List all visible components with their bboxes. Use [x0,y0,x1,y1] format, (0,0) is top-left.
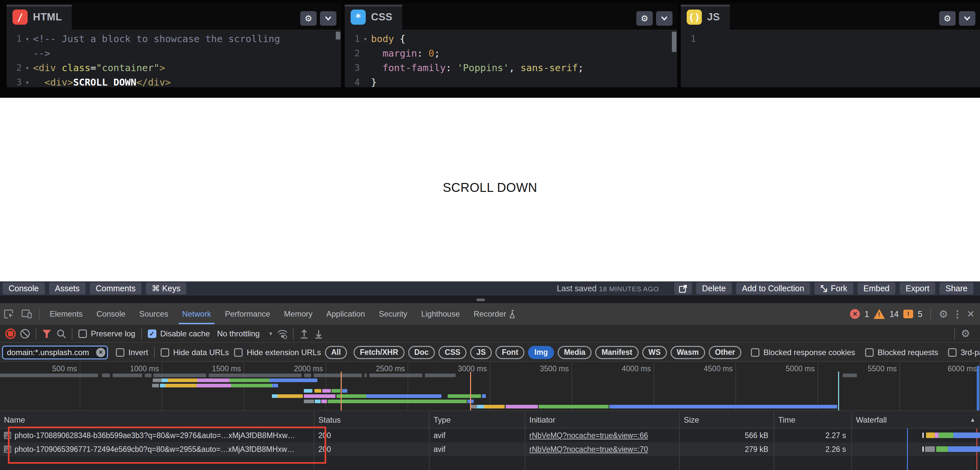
issues-badge-icon[interactable]: ! [903,310,913,318]
drag-handle[interactable] [476,299,485,301]
checkbox-unchecked-icon[interactable] [234,348,243,357]
device-toolbar-icon[interactable] [19,307,35,321]
filter-pill-font[interactable]: Font [495,346,524,359]
filter-pill-fetch-xhr[interactable]: Fetch/XHR [353,346,404,359]
filter-pill-css[interactable]: CSS [439,346,466,359]
editor-scrollbar-thumb[interactable] [672,32,676,52]
fold-arrow-icon[interactable]: ▾ [22,32,33,46]
column-header-type[interactable]: Type [429,412,525,428]
editor-settings-button[interactable]: ⚙ [636,11,653,26]
error-count[interactable]: 1 [864,310,869,319]
error-badge-icon[interactable]: ✕ [850,309,860,319]
code-editor-css[interactable]: 1▾body {2 margin: 0;3 font-family: 'Popp… [345,30,677,87]
editor-tab-css[interactable]: *CSS [345,5,402,30]
tab-elements[interactable]: Elements [43,303,89,325]
request-name[interactable]: photo-1709065396771-72494e569cb0?q=80&w=… [14,445,294,454]
editor-scrollbar-thumb[interactable] [336,32,340,40]
filter-pill-ws[interactable]: WS [642,346,667,359]
invert-checkbox[interactable]: Invert [116,348,148,357]
export-har-button[interactable] [312,327,326,341]
clear-filter-icon[interactable]: ✕ [96,348,105,357]
filter-pill-js[interactable]: JS [470,346,492,359]
checkbox-unchecked-icon[interactable] [865,348,874,357]
table-row[interactable] [0,456,980,470]
preserve-log-checkbox[interactable]: Preserve log [78,329,135,338]
editor-settings-button[interactable]: ⚙ [939,11,956,26]
request-name-cell[interactable]: photo-1708890628348-b36b599ae3b3?q=80&w=… [0,429,314,442]
initiator-link[interactable]: rNbVeMQ?nocache=true&view=:66 [529,431,648,440]
embed-button[interactable]: Embed [858,283,896,295]
filter-pill-doc[interactable]: Doc [408,346,435,359]
filter-pill-img[interactable]: Img [528,346,554,359]
tab-recorder[interactable]: Recorder [467,303,523,325]
editor-settings-button[interactable]: ⚙ [300,11,317,26]
editor-collapse-button[interactable] [656,11,673,26]
import-har-button[interactable] [297,327,312,341]
network-conditions-button[interactable] [275,327,290,341]
clear-network-log-button[interactable] [18,327,32,341]
fold-arrow-icon[interactable]: ▾ [22,75,33,87]
warning-badge-icon[interactable]: ! [874,309,885,319]
initiator-link[interactable]: rNbVeMQ?nocache=true&view=:70 [529,445,648,454]
comments-button[interactable]: Comments [90,283,142,295]
request-name-cell[interactable] [0,456,314,470]
table-row[interactable]: photo-1708890628348-b36b599ae3b3?q=80&w=… [0,429,980,442]
sort-indicator-icon[interactable]: ▲ [970,417,975,423]
filter-pill-wasm[interactable]: Wasm [671,346,705,359]
checkbox-unchecked-icon[interactable] [78,329,87,338]
add-to-collection-button[interactable]: Add to Collection [736,283,810,295]
more-options-kebab-icon[interactable]: ⋮ [953,308,962,319]
tab-network[interactable]: Network [175,303,218,325]
column-header-waterfall[interactable]: Waterfall▲ [851,412,980,428]
console-button[interactable]: Console [3,283,45,295]
overview-scrollbar[interactable] [977,366,979,411]
open-in-new-window-button[interactable] [674,283,692,295]
code-editor-js[interactable]: 1 [681,30,980,87]
checkbox-unchecked-icon[interactable] [948,348,957,357]
request-name-cell[interactable]: photo-1709065396771-72494e569cb0?q=80&w=… [0,442,314,456]
record-network-log-button[interactable] [3,327,18,341]
tab-sources[interactable]: Sources [132,303,175,325]
column-header-size[interactable]: Size [679,412,773,428]
blocked-requests-checkbox[interactable]: Blocked requests [865,348,938,357]
checkbox-unchecked-icon[interactable] [751,348,759,357]
share-button[interactable]: Share [940,283,974,295]
editor-tab-js[interactable]: ()JS [681,5,730,30]
filter-button[interactable] [40,327,54,341]
tab-memory[interactable]: Memory [277,303,320,325]
fork-button[interactable]: Fork [815,283,853,295]
column-header-status[interactable]: Status [314,412,429,428]
editor-collapse-button[interactable] [959,11,975,26]
filter-pill-media[interactable]: Media [558,346,592,359]
filter-input[interactable] [2,346,108,359]
fold-arrow-icon[interactable]: ▾ [360,32,371,46]
settings-gear-icon[interactable]: ⚙ [939,308,948,320]
code-editor-html[interactable]: 1▾<!-- Just a block to showcase the scro… [6,30,341,87]
export-button[interactable]: Export [900,283,935,295]
devtools-resize-strip[interactable] [0,295,980,303]
filter-pill-all[interactable]: All [325,346,347,359]
checkbox-unchecked-icon[interactable] [161,348,169,357]
request-name[interactable]: photo-1708890628348-b36b599ae3b3?q=80&w=… [14,431,295,440]
3rd-party-requests-checkbox[interactable]: 3rd-party requests [948,348,980,357]
hide-extension-urls-checkbox[interactable]: Hide extension URLs [234,348,321,357]
editor-tab-html[interactable]: /HTML [6,5,72,30]
column-header-time[interactable]: Time [773,412,851,428]
search-button[interactable] [54,327,68,341]
tab-performance[interactable]: Performance [218,303,277,325]
issues-count[interactable]: 5 [918,310,923,319]
warning-count[interactable]: 14 [889,310,899,319]
checkbox-unchecked-icon[interactable] [116,348,124,357]
disable-cache-checkbox[interactable]: ✓ Disable cache [148,329,210,338]
close-devtools-icon[interactable]: ✕ [967,308,975,319]
tab-console[interactable]: Console [89,303,132,325]
tab-security[interactable]: Security [372,303,414,325]
checkbox-checked-icon[interactable]: ✓ [148,329,156,338]
filter-pill-other[interactable]: Other [709,346,741,359]
fold-arrow-icon[interactable]: ▾ [22,60,33,75]
column-header-name[interactable]: Name [0,412,314,428]
-keys-button[interactable]: ⌘ Keys [146,283,187,295]
filter-pill-manifest[interactable]: Manifest [595,346,638,359]
tab-application[interactable]: Application [319,303,372,325]
network-overview[interactable]: 500 ms1000 ms1500 ms2000 ms2500 ms3000 m… [0,362,980,411]
